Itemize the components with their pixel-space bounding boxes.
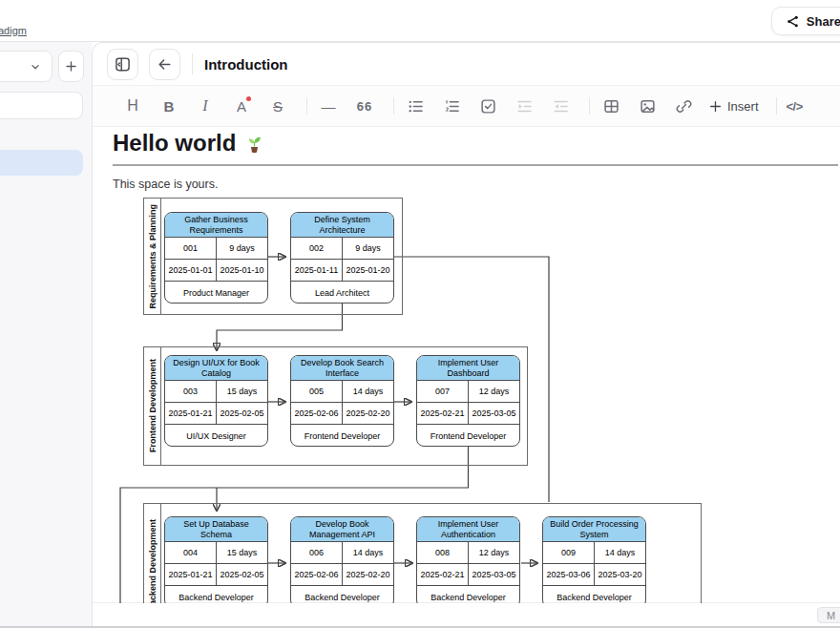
task-title: Develop Book Management API	[291, 517, 393, 542]
task-end-date: 2025-01-10	[217, 260, 267, 281]
task-id: 006	[291, 542, 343, 563]
task-duration: 12 days	[469, 542, 519, 563]
task-start-date: 2025-01-11	[291, 260, 343, 281]
task-id-duration-row: 00514 days	[291, 381, 393, 403]
task-start-date: 2025-02-21	[417, 564, 469, 585]
task-start-date: 2025-03-06	[543, 564, 595, 585]
task-duration: 9 days	[343, 238, 393, 259]
task-title: Implement User Authentication	[417, 517, 519, 542]
task-title: Define System Architecture	[291, 213, 393, 238]
task-start-date: 2025-02-21	[417, 403, 469, 424]
task-dates-row: 2025-02-062025-02-20	[291, 403, 393, 425]
task-duration: 12 days	[469, 381, 519, 402]
task-id: 002	[291, 238, 343, 259]
task-duration: 14 days	[343, 542, 393, 563]
task-duration: 15 days	[217, 381, 267, 402]
task-id-duration-row: 00812 days	[417, 542, 519, 564]
task-duration: 14 days	[595, 542, 645, 563]
task-dates-row: 2025-01-012025-01-10	[165, 260, 267, 282]
task-id: 004	[165, 542, 217, 563]
task-end-date: 2025-03-05	[469, 564, 519, 585]
task-owner: Lead Architect	[291, 282, 393, 304]
task-card: Define System Architecture0029 days2025-…	[290, 212, 394, 304]
task-dates-row: 2025-01-212025-02-05	[165, 564, 267, 586]
task-title: Implement User Dashboard	[417, 356, 519, 381]
task-end-date: 2025-02-05	[217, 564, 267, 585]
task-start-date: 2025-01-21	[165, 564, 217, 585]
task-owner: Frontend Developer	[291, 425, 393, 447]
task-end-date: 2025-03-20	[595, 564, 645, 585]
task-card: Gather Business Requirements0019 days202…	[164, 212, 268, 304]
more-button[interactable]: M	[817, 607, 840, 623]
task-end-date: 2025-02-05	[217, 403, 267, 424]
task-start-date: 2025-01-21	[165, 403, 217, 424]
swimlane-label: Frontend Development	[144, 347, 161, 465]
task-id-duration-row: 00315 days	[165, 381, 267, 403]
task-title: Gather Business Requirements	[165, 213, 267, 238]
task-card: Design UI/UX for Book Catalog00315 days2…	[164, 355, 268, 447]
swimlane-label: Requirements & Planning	[144, 199, 161, 314]
task-owner: UI/UX Designer	[165, 425, 267, 447]
swimlane-label-text: Frontend Development	[148, 359, 158, 452]
task-dates-row: 2025-02-062025-02-20	[291, 564, 393, 586]
task-id-duration-row: 00415 days	[165, 542, 267, 564]
task-id-duration-row: 00914 days	[543, 542, 645, 564]
task-end-date: 2025-02-20	[343, 564, 393, 585]
task-owner: Frontend Developer	[417, 425, 519, 447]
task-end-date: 2025-03-05	[469, 403, 519, 424]
swimlane-label-text: Requirements & Planning	[148, 204, 158, 309]
task-id: 005	[291, 381, 343, 402]
task-id: 001	[165, 238, 217, 259]
task-dates-row: 2025-03-062025-03-20	[543, 564, 645, 586]
task-dates-row: 2025-01-112025-01-20	[291, 260, 393, 282]
task-duration: 9 days	[217, 238, 267, 259]
task-dates-row: 2025-01-212025-02-05	[165, 403, 267, 425]
task-owner: Product Manager	[165, 282, 267, 304]
task-duration: 14 days	[343, 381, 393, 402]
embedded-diagram[interactable]: Requirements & PlanningGather Business R…	[0, 0, 840, 628]
task-dates-row: 2025-02-212025-03-05	[417, 564, 519, 586]
task-card: Set Up Database Schema00415 days2025-01-…	[164, 516, 268, 608]
task-start-date: 2025-02-06	[291, 564, 343, 585]
task-end-date: 2025-02-20	[343, 403, 393, 424]
task-start-date: 2025-01-01	[165, 260, 217, 281]
task-card: Develop Book Management API00614 days202…	[290, 516, 394, 608]
task-id: 009	[543, 542, 595, 563]
task-id-duration-row: 00712 days	[417, 381, 519, 403]
task-id-duration-row: 00614 days	[291, 542, 393, 564]
task-id-duration-row: 0029 days	[291, 238, 393, 260]
task-title: Set Up Database Schema	[165, 517, 267, 542]
task-dates-row: 2025-02-212025-03-05	[417, 403, 519, 425]
bottom-bar: M	[93, 603, 840, 626]
task-card: Build Order Processing System00914 days2…	[542, 516, 646, 608]
task-title: Design UI/UX for Book Catalog	[165, 356, 267, 381]
task-title: Develop Book Search Interface	[291, 356, 393, 381]
task-end-date: 2025-01-20	[343, 260, 393, 281]
task-id: 007	[417, 381, 469, 402]
task-card: Implement User Authentication00812 days2…	[416, 516, 520, 608]
task-id: 008	[417, 542, 469, 563]
swimlane-label-text: Backend Development	[148, 519, 158, 612]
task-id: 003	[165, 381, 217, 402]
task-card: Implement User Dashboard00712 days2025-0…	[416, 355, 520, 447]
task-start-date: 2025-02-06	[291, 403, 343, 424]
task-duration: 15 days	[217, 542, 267, 563]
task-id-duration-row: 0019 days	[165, 238, 267, 260]
task-title: Build Order Processing System	[543, 517, 645, 542]
task-card: Develop Book Search Interface00514 days2…	[290, 355, 394, 447]
